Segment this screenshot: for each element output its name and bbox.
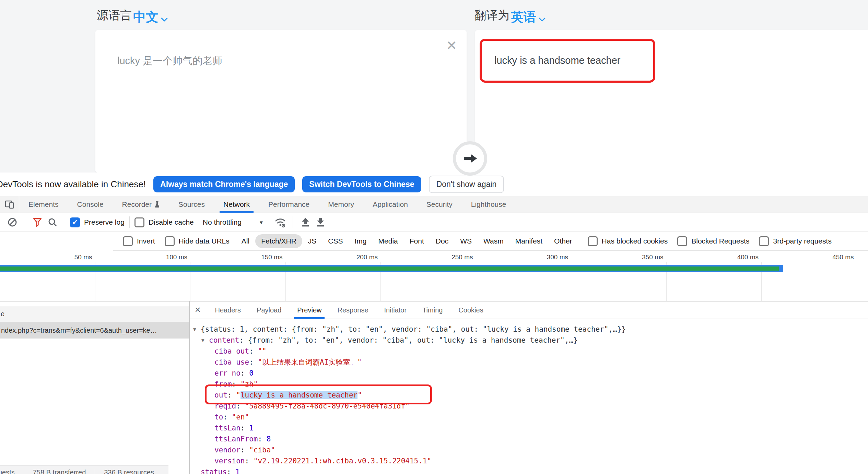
tab-security[interactable]: Security <box>417 196 462 213</box>
request-type-filters: AllFetch/XHRJSCSSImgMediaFontDocWSWasmMa… <box>236 234 578 248</box>
timeline-column: 200 ms <box>286 251 381 301</box>
detail-tab[interactable]: Preview <box>289 301 329 319</box>
json-root-row[interactable]: ▼{status: 1, content: {from: "zh", to: "… <box>193 324 868 335</box>
hide-data-urls-label[interactable]: Hide data URLs <box>179 237 230 245</box>
request-type-filter[interactable]: Manifest <box>509 234 548 248</box>
has-blocked-cookies-label[interactable]: Has blocked cookies <box>602 237 668 245</box>
preserve-log-checkbox[interactable]: ✔ <box>70 217 80 227</box>
always-match-language-button[interactable]: Always match Chrome's language <box>153 176 295 192</box>
request-type-filter[interactable]: Other <box>548 234 578 248</box>
tab-application[interactable]: Application <box>363 196 417 213</box>
download-icon <box>315 217 326 228</box>
request-list-header[interactable]: e <box>0 306 189 322</box>
detail-tab[interactable]: Headers <box>207 301 249 319</box>
switch-devtools-chinese-button[interactable]: Switch DevTools to Chinese <box>302 176 421 192</box>
json-content-row[interactable]: ▼content: {from: "zh", to: "en", vendor:… <box>193 335 868 346</box>
preserve-log-label[interactable]: Preserve log <box>84 218 125 226</box>
chevron-down-icon[interactable] <box>161 17 168 22</box>
import-har-button[interactable] <box>298 217 313 228</box>
request-type-filter[interactable]: WS <box>454 234 478 248</box>
json-out-row[interactable]: out: "lucky is a handsome teacher" <box>193 390 868 401</box>
hide-data-urls-checkbox[interactable] <box>165 236 175 246</box>
filter-input[interactable] <box>0 232 113 251</box>
third-party-requests-checkbox[interactable] <box>759 236 769 246</box>
tab-network[interactable]: Network <box>214 196 259 213</box>
json-property-row[interactable]: ciba_out: "" <box>193 346 868 357</box>
blocked-requests-checkbox[interactable] <box>677 236 687 246</box>
request-type-filter[interactable]: Fetch/XHR <box>255 234 302 248</box>
close-detail-button[interactable]: ✕ <box>190 301 207 319</box>
request-type-filter[interactable]: Doc <box>430 234 454 248</box>
expand-arrow-icon[interactable]: ▼ <box>201 335 209 346</box>
result-text-panel: lucky is a handsome teacher <box>475 30 868 173</box>
devtools-tab-bar: Elements Console Recorder Sources Networ… <box>0 196 868 213</box>
flask-icon <box>154 201 160 208</box>
request-type-filter[interactable]: All <box>236 234 255 248</box>
detail-tab[interactable]: Timing <box>414 301 450 319</box>
detail-tab[interactable]: Response <box>329 301 376 319</box>
timeline-tick-label: 250 ms <box>451 253 473 261</box>
banner-message: DevTools is now available in Chinese! <box>0 179 146 190</box>
translate-arrow-button[interactable] <box>453 141 487 176</box>
tab-elements[interactable]: Elements <box>19 196 68 213</box>
json-property-row[interactable]: reqid: "5a889495-f28a-48dc-8970-e540e4fa… <box>193 401 868 412</box>
json-property-row[interactable]: from: "zh" <box>193 379 868 390</box>
timeline-tick-label: 350 ms <box>642 253 663 261</box>
json-property-row[interactable]: vendor: "ciba" <box>193 445 868 455</box>
invert-label[interactable]: Invert <box>137 237 155 245</box>
request-type-filter[interactable]: CSS <box>322 234 349 248</box>
close-icon[interactable]: ✕ <box>446 39 457 52</box>
blocked-requests-label[interactable]: Blocked Requests <box>691 237 749 245</box>
tab-memory[interactable]: Memory <box>319 196 363 213</box>
target-language-selector[interactable]: 英语 <box>511 11 536 23</box>
search-button[interactable] <box>45 217 60 227</box>
timeline-gridlines: 50 ms100 ms150 ms200 ms250 ms300 ms350 m… <box>0 251 868 301</box>
disable-cache-checkbox[interactable] <box>134 217 144 227</box>
source-text-panel[interactable]: lucky 是一个帅气的老师 ✕ <box>95 30 467 173</box>
overview-activity-bar <box>0 265 783 272</box>
source-text[interactable]: lucky 是一个帅气的老师 <box>117 54 222 68</box>
tab-lighthouse[interactable]: Lighthouse <box>462 196 516 213</box>
devtools-panel: DevTools is now available in Chinese! Al… <box>0 173 868 474</box>
request-type-filter[interactable]: Media <box>373 234 404 248</box>
tab-sources[interactable]: Sources <box>169 196 214 213</box>
tab-performance[interactable]: Performance <box>259 196 319 213</box>
selected-text: lucky is a handsome teacher <box>241 391 357 399</box>
expand-arrow-icon[interactable]: ▼ <box>193 324 201 335</box>
json-property-row[interactable]: ttsLan: 1 <box>193 423 868 434</box>
tab-console[interactable]: Console <box>68 196 113 213</box>
request-type-filter[interactable]: Font <box>404 234 430 248</box>
network-conditions-button[interactable] <box>273 216 288 228</box>
request-type-filter[interactable]: JS <box>302 234 322 248</box>
json-property-row[interactable]: ttsLanFrom: 8 <box>193 434 868 445</box>
dont-show-again-button[interactable]: Don't show again <box>429 176 504 193</box>
disable-cache-label[interactable]: Disable cache <box>149 218 194 226</box>
request-type-filter[interactable]: Img <box>349 234 373 248</box>
timeline-column: 450 ms <box>762 251 857 301</box>
json-property-row[interactable]: ciba_use: "以上结果来自词霸AI实验室。" <box>193 357 868 368</box>
network-overview-timeline[interactable]: 50 ms100 ms150 ms200 ms250 ms300 ms350 m… <box>0 251 868 301</box>
json-property-row[interactable]: version: "v2.19.220221.1:wh.ciba.v0.3.15… <box>193 455 868 466</box>
json-property-row[interactable]: to: "en" <box>193 412 868 423</box>
timeline-column: 400 ms <box>667 251 762 301</box>
dropdown-arrow-icon[interactable]: ▼ <box>259 220 264 225</box>
has-blocked-cookies-checkbox[interactable] <box>588 236 598 246</box>
throttling-select[interactable]: No throttling <box>203 218 242 226</box>
filter-toggle-button[interactable] <box>30 217 45 228</box>
timeline-tick-label: 200 ms <box>356 253 378 261</box>
clear-network-log-button[interactable] <box>5 217 20 227</box>
toggle-device-toolbar-button[interactable] <box>0 196 19 213</box>
detail-tab[interactable]: Initiator <box>376 301 415 319</box>
tab-recorder[interactable]: Recorder <box>113 196 169 213</box>
detail-tab[interactable]: Payload <box>249 301 289 319</box>
request-type-filter[interactable]: Wasm <box>478 234 509 248</box>
source-language-selector[interactable]: 中文 <box>133 11 159 23</box>
json-status-row[interactable]: status: 1 <box>193 466 868 474</box>
json-property-row[interactable]: err_no: 0 <box>193 368 868 379</box>
export-har-button[interactable] <box>313 217 328 228</box>
invert-checkbox[interactable] <box>123 236 133 246</box>
detail-tab[interactable]: Cookies <box>450 301 491 319</box>
chevron-down-icon[interactable] <box>538 17 546 22</box>
request-row-selected[interactable]: ndex.php?c=trans&m=fy&client=6&auth_user… <box>0 322 189 339</box>
third-party-requests-label[interactable]: 3rd-party requests <box>773 237 831 245</box>
